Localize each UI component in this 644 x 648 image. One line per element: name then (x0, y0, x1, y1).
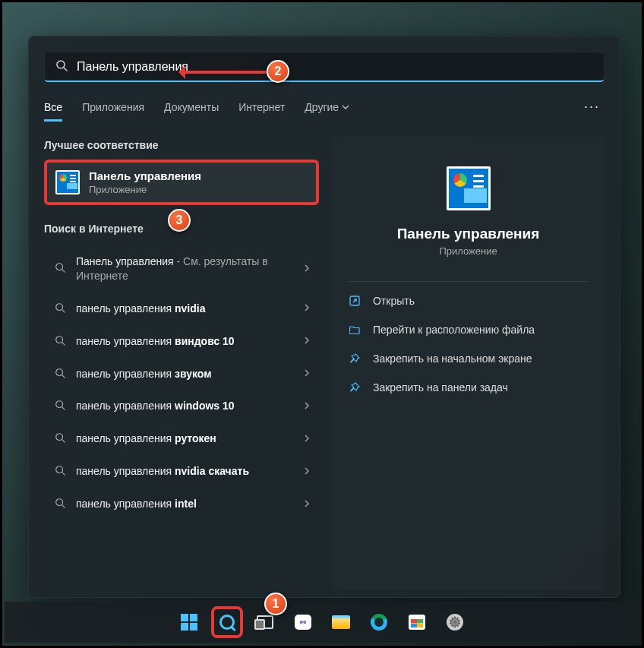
svg-line-15 (62, 473, 65, 476)
control-panel-icon (55, 170, 80, 194)
svg-line-3 (62, 270, 65, 273)
best-match-result[interactable]: Панель управления Приложение (44, 162, 317, 203)
edge-button[interactable] (363, 606, 395, 638)
svg-point-10 (56, 401, 63, 408)
search-panel: Все Приложения Документы Интернет Другие… (28, 36, 620, 598)
web-result-text: Панель управления - См. результаты в Инт… (76, 254, 292, 283)
web-result-text: панель управления звуком (76, 367, 292, 381)
chevron-down-icon (342, 103, 349, 111)
store-button[interactable] (401, 606, 433, 638)
svg-line-13 (62, 440, 65, 443)
chevron-right-icon (303, 466, 311, 478)
action-pin-start[interactable]: Закрепить на начальном экране (332, 344, 605, 373)
tab-more-label: Другие (305, 101, 339, 113)
tab-all[interactable]: Все (44, 101, 62, 122)
gear-icon (447, 614, 463, 631)
search-box[interactable] (44, 52, 605, 82)
search-icon (55, 368, 65, 381)
best-match-subtitle: Приложение (89, 184, 201, 195)
start-button[interactable] (173, 606, 205, 638)
chevron-right-icon (303, 302, 311, 315)
web-result-text: панель управления nvidia скачать (76, 464, 292, 479)
action-pin-taskbar[interactable]: Закрепить на панели задач (332, 373, 605, 402)
divider (347, 281, 589, 282)
action-file-location[interactable]: Перейти к расположению файла (332, 315, 605, 344)
web-result-text: панель управления windows 10 (76, 399, 292, 413)
tab-more[interactable]: Другие (305, 101, 349, 113)
web-result-row[interactable]: панель управления виндовс 10 (44, 325, 317, 358)
web-result-row[interactable]: Панель управления - См. результаты в Инт… (44, 245, 317, 292)
svg-line-1 (64, 68, 67, 71)
search-icon (55, 262, 65, 275)
explorer-button[interactable] (325, 606, 357, 638)
callout-badge-3: 3 (168, 209, 191, 232)
web-result-row[interactable]: панель управления nvidia (44, 292, 317, 325)
svg-point-6 (56, 336, 63, 343)
chevron-right-icon (303, 335, 311, 347)
action-pin-taskbar-label: Закрепить на панели задач (373, 381, 508, 394)
tab-web[interactable]: Интернет (238, 101, 285, 113)
callout-badge-1: 1 (264, 593, 287, 615)
svg-line-9 (62, 375, 65, 378)
web-result-row[interactable]: панель управления рутокен (44, 422, 317, 455)
more-options-button[interactable]: ··· (584, 99, 605, 115)
edge-icon (371, 614, 387, 631)
svg-point-16 (56, 499, 63, 506)
web-result-text: панель управления nvidia (76, 302, 292, 316)
chevron-right-icon (303, 400, 311, 413)
store-icon (409, 615, 425, 630)
taskbar (5, 602, 639, 643)
taskbar-search-button[interactable] (211, 606, 243, 638)
results-column: Лучшее соответствие Панель управления Пр… (44, 136, 317, 590)
chevron-right-icon (303, 433, 311, 445)
search-icon (55, 302, 65, 315)
search-icon (55, 59, 68, 74)
chevron-right-icon (303, 263, 311, 275)
preview-title: Панель управления (397, 226, 540, 242)
web-result-text: панель управления виндовс 10 (76, 334, 292, 349)
svg-line-17 (62, 505, 65, 508)
search-icon (55, 465, 65, 478)
web-result-text: панель управления рутокен (76, 431, 292, 446)
taskview-icon (257, 615, 273, 629)
svg-line-7 (62, 342, 65, 345)
action-pin-start-label: Закрепить на начальном экране (373, 352, 532, 365)
pin-icon (349, 353, 361, 364)
chevron-right-icon (303, 498, 311, 510)
web-result-row[interactable]: панель управления intel (44, 488, 317, 520)
tabs-row: Все Приложения Документы Интернет Другие… (44, 99, 605, 115)
svg-point-4 (56, 303, 63, 310)
settings-button[interactable] (439, 606, 471, 638)
search-icon (55, 335, 65, 348)
action-location-label: Перейти к расположению файла (373, 324, 535, 336)
chat-icon (295, 615, 311, 630)
action-open[interactable]: Открыть (332, 286, 605, 315)
folder-icon (349, 324, 361, 335)
search-icon (219, 615, 235, 630)
svg-point-12 (56, 434, 63, 441)
svg-line-5 (62, 309, 65, 312)
web-result-row[interactable]: панель управления звуком (44, 358, 317, 390)
callout-badge-2: 2 (267, 60, 289, 83)
best-match-title: Панель управления (89, 169, 201, 182)
tab-apps[interactable]: Приложения (82, 101, 144, 113)
open-icon (349, 296, 361, 306)
web-result-text: панель управления intel (76, 497, 292, 511)
web-result-row[interactable]: панель управления nvidia скачать (44, 455, 317, 488)
folder-icon (332, 615, 350, 629)
tab-documents[interactable]: Документы (164, 101, 219, 113)
search-icon (55, 432, 65, 445)
preview-subtitle: Приложение (439, 245, 497, 257)
preview-control-panel-icon (447, 166, 491, 210)
svg-point-8 (56, 368, 63, 375)
web-result-row[interactable]: панель управления windows 10 (44, 390, 317, 422)
action-open-label: Открыть (373, 295, 415, 307)
pin-icon (349, 382, 361, 393)
best-match-label: Лучшее соответствие (44, 139, 317, 151)
preview-pane: Панель управления Приложение Открыть Пер… (332, 136, 605, 590)
chat-button[interactable] (287, 606, 319, 638)
search-input[interactable] (77, 60, 593, 74)
svg-point-2 (56, 264, 63, 270)
web-results-list: Панель управления - См. результаты в Инт… (44, 245, 317, 520)
search-icon (55, 400, 65, 413)
